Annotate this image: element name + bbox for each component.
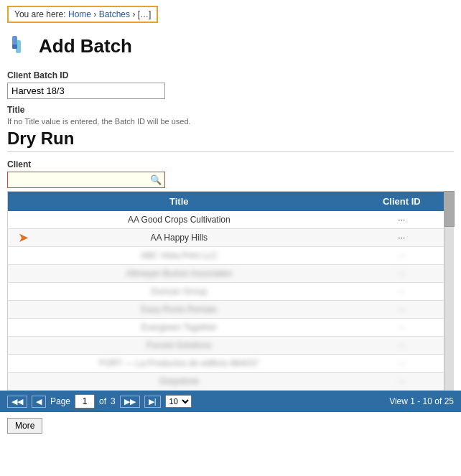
table-row[interactable]: Easy Roots Rentals··· [8,301,454,319]
client-batch-id-input[interactable] [7,83,165,99]
last-page-button[interactable]: ▶| [144,396,161,408]
table-cell-title: AA Good Crops Cultivation [8,211,350,229]
page-label: Page [50,396,70,406]
table-cell-client-id: ··· [350,319,454,337]
first-page-button[interactable]: ◀◀ [7,396,27,408]
table-row[interactable]: Forced Solutions··· [8,337,454,355]
col-title: Title [8,192,350,212]
table-cell-title: Easy Roots Rentals [8,301,350,319]
client-search-input[interactable] [8,172,147,187]
table-cell-title: Forced Solutions [8,337,350,355]
title-label: Title [7,105,454,115]
more-button[interactable]: More [7,418,42,434]
table-cell-title: ➤AA Happy Hills [8,229,350,247]
table-cell-client-id: ··· [350,283,454,301]
table-cell-client-id: ··· [350,211,454,229]
title-hint: If no Title value is entered, the Batch … [7,117,454,126]
table-cell-title: ABC Vista Print LLC [8,247,350,265]
table-cell-title: Altmeyer-Burton Associates [8,265,350,283]
col-client-id: Client ID [350,192,454,212]
table-row[interactable]: AA Good Crops Cultivation··· [8,211,454,229]
table-row[interactable]: Greystone··· [8,373,454,391]
table-row[interactable]: ABC Vista Print LLC··· [8,247,454,265]
table-cell-client-id: ··· [350,229,454,247]
client-batch-id-label: Client Batch ID [7,70,454,80]
table-row[interactable]: Evergreen Together··· [8,319,454,337]
client-search-section: Client 🔍 [7,159,454,188]
prev-page-button[interactable]: ◀ [32,396,46,408]
table-cell-client-id: ··· [350,355,454,373]
view-info: View 1 - 10 of 25 [389,396,454,406]
table-cell-client-id: ··· [350,265,454,283]
pagination-bar: ◀◀ ◀ Page of 3 ▶▶ ▶| 102550 View 1 - 10 … [0,391,461,412]
page-header: Add Batch [0,29,461,62]
table-row[interactable]: Duncan Group··· [8,283,454,301]
page-number-input[interactable] [75,394,95,409]
form-section: Client Batch ID Title If no Title value … [0,62,461,191]
scrollbar-track[interactable] [444,191,454,391]
breadcrumb-current: […] [138,9,152,19]
table-header-row: Title Client ID [8,192,454,212]
breadcrumb-prefix: You are here: [14,9,66,19]
breadcrumb-home[interactable]: Home [68,9,91,19]
page-title: Add Batch [39,35,132,57]
total-pages: 3 [111,396,116,406]
row-arrow-indicator: ➤ [18,230,29,246]
table-cell-title: Evergreen Together [8,319,350,337]
batch-icon [7,33,33,59]
table-row[interactable]: FORT — La Productos de edificio 884037··… [8,355,454,373]
table-cell-title: Duncan Group [8,283,350,301]
scrollbar-thumb[interactable] [444,191,455,227]
client-table: Title Client ID AA Good Crops Cultivatio… [7,191,454,391]
client-label: Client [7,159,454,169]
breadcrumb-batches[interactable]: Batches [99,9,130,19]
table-cell-client-id: ··· [350,301,454,319]
title-value: Dry Run [7,129,454,152]
table-cell-title: Greystone [8,373,350,391]
breadcrumb-sep2: › [132,9,137,19]
next-page-button[interactable]: ▶▶ [120,396,140,408]
table-cell-client-id: ··· [350,337,454,355]
client-search-row: 🔍 [7,172,165,188]
per-page-select[interactable]: 102550 [165,395,192,408]
table-cell-title: FORT — La Productos de edificio 884037 [8,355,350,373]
table-row[interactable]: ➤AA Happy Hills··· [8,229,454,247]
table-row[interactable]: Altmeyer-Burton Associates··· [8,265,454,283]
table-cell-client-id: ··· [350,373,454,391]
of-label: of [99,396,106,406]
client-search-button[interactable]: 🔍 [147,173,164,187]
breadcrumb-sep1: › [93,9,98,19]
svg-rect-2 [12,45,17,49]
table-cell-client-id: ··· [350,247,454,265]
